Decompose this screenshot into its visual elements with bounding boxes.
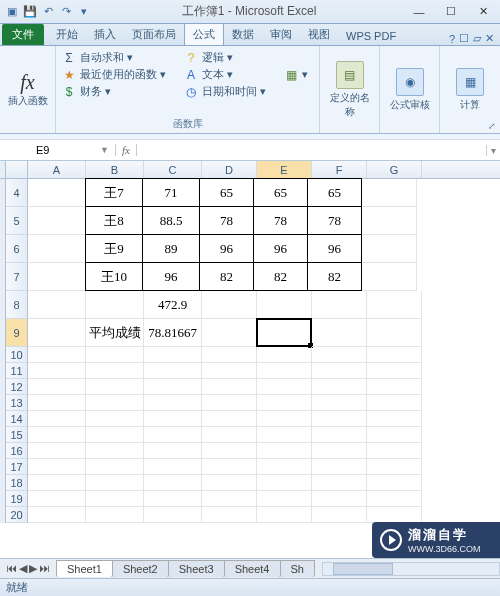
undo-icon[interactable]: ↶ <box>40 4 56 20</box>
cell-E19[interactable] <box>257 491 312 507</box>
cell-A17[interactable] <box>28 459 86 475</box>
qat-dropdown-icon[interactable]: ▾ <box>76 4 92 20</box>
datetime-button[interactable]: ◷日期和时间 ▾ <box>184 84 266 99</box>
cell-E5[interactable]: 78 <box>253 206 308 235</box>
cell-D7[interactable]: 82 <box>199 262 254 291</box>
cell-B12[interactable] <box>86 379 144 395</box>
cell-E13[interactable] <box>257 395 312 411</box>
row-13[interactable]: 13 <box>6 395 28 411</box>
formula-bar-expand-icon[interactable]: ▾ <box>486 145 500 156</box>
cell-F17[interactable] <box>312 459 367 475</box>
scroll-thumb[interactable] <box>333 563 393 575</box>
minimize-ribbon-icon[interactable]: ☐ <box>459 32 469 45</box>
cell-C15[interactable] <box>144 427 202 443</box>
cell-G6[interactable] <box>362 235 417 263</box>
col-A[interactable]: A <box>28 161 86 178</box>
cell-C12[interactable] <box>144 379 202 395</box>
cell-C17[interactable] <box>144 459 202 475</box>
row-18[interactable]: 18 <box>6 475 28 491</box>
cell-A11[interactable] <box>28 363 86 379</box>
group-defined-names[interactable]: ▤ 定义的名称 <box>320 46 380 133</box>
cell-D19[interactable] <box>202 491 257 507</box>
horizontal-scrollbar[interactable] <box>322 562 500 576</box>
cell-E20[interactable] <box>257 507 312 523</box>
cell-C18[interactable] <box>144 475 202 491</box>
redo-icon[interactable]: ↷ <box>58 4 74 20</box>
sheet-tab-2[interactable]: Sheet2 <box>112 560 169 577</box>
cell-B10[interactable] <box>86 347 144 363</box>
cell-F15[interactable] <box>312 427 367 443</box>
cell-G7[interactable] <box>362 263 417 291</box>
cell-F10[interactable] <box>312 347 367 363</box>
cell-B15[interactable] <box>86 427 144 443</box>
cell-E12[interactable] <box>257 379 312 395</box>
cell-G20[interactable] <box>367 507 422 523</box>
cell-A12[interactable] <box>28 379 86 395</box>
tab-view[interactable]: 视图 <box>300 24 338 45</box>
cell-E7[interactable]: 82 <box>253 262 308 291</box>
cell-C6[interactable]: 89 <box>142 234 200 263</box>
cell-E11[interactable] <box>257 363 312 379</box>
cell-G13[interactable] <box>367 395 422 411</box>
inner-close-icon[interactable]: ✕ <box>485 32 494 45</box>
cell-B18[interactable] <box>86 475 144 491</box>
group-formula-audit[interactable]: ◉ 公式审核 <box>380 46 440 133</box>
cell-E4[interactable]: 65 <box>253 178 308 207</box>
cell-F5[interactable]: 78 <box>307 206 362 235</box>
cell-E6[interactable]: 96 <box>253 234 308 263</box>
cell-C5[interactable]: 88.5 <box>142 206 200 235</box>
cell-C11[interactable] <box>144 363 202 379</box>
more-functions-button[interactable]: ▦▾ <box>284 50 308 99</box>
cell-A5[interactable] <box>28 207 86 235</box>
cell-F20[interactable] <box>312 507 367 523</box>
cell-E10[interactable] <box>257 347 312 363</box>
row-6[interactable]: 6 <box>6 235 28 263</box>
cell-E17[interactable] <box>257 459 312 475</box>
cell-B17[interactable] <box>86 459 144 475</box>
cell-C20[interactable] <box>144 507 202 523</box>
col-C[interactable]: C <box>144 161 202 178</box>
sheet-next-icon[interactable]: ▶ <box>29 562 37 575</box>
row-15[interactable]: 15 <box>6 427 28 443</box>
maximize-button[interactable]: ☐ <box>438 3 464 21</box>
cell-D15[interactable] <box>202 427 257 443</box>
col-D[interactable]: D <box>202 161 257 178</box>
cell-A7[interactable] <box>28 263 86 291</box>
tab-layout[interactable]: 页面布局 <box>124 24 184 45</box>
cell-A20[interactable] <box>28 507 86 523</box>
cell-A16[interactable] <box>28 443 86 459</box>
cell-A15[interactable] <box>28 427 86 443</box>
col-G[interactable]: G <box>367 161 422 178</box>
cell-D11[interactable] <box>202 363 257 379</box>
row-17[interactable]: 17 <box>6 459 28 475</box>
cell-B13[interactable] <box>86 395 144 411</box>
cell-E18[interactable] <box>257 475 312 491</box>
tab-file[interactable]: 文件 <box>2 24 44 45</box>
cell-B14[interactable] <box>86 411 144 427</box>
cell-B16[interactable] <box>86 443 144 459</box>
cell-F16[interactable] <box>312 443 367 459</box>
cell-B9[interactable]: 平均成绩 <box>86 319 144 347</box>
cell-A8[interactable] <box>28 291 86 319</box>
cell-C7[interactable]: 96 <box>142 262 200 291</box>
cell-F13[interactable] <box>312 395 367 411</box>
cell-D14[interactable] <box>202 411 257 427</box>
cell-G18[interactable] <box>367 475 422 491</box>
cell-F9[interactable] <box>312 319 367 347</box>
tab-formulas[interactable]: 公式 <box>184 23 224 45</box>
cell-D9[interactable] <box>202 319 257 347</box>
cell-F18[interactable] <box>312 475 367 491</box>
tab-insert[interactable]: 插入 <box>86 24 124 45</box>
cell-F6[interactable]: 96 <box>307 234 362 263</box>
close-button[interactable]: ✕ <box>470 3 496 21</box>
tab-home[interactable]: 开始 <box>48 24 86 45</box>
row-4[interactable]: 4 <box>6 179 28 207</box>
cell-C8[interactable]: 472.9 <box>144 291 202 319</box>
cell-F8[interactable] <box>312 291 367 319</box>
col-F[interactable]: F <box>312 161 367 178</box>
row-12[interactable]: 12 <box>6 379 28 395</box>
cell-B7[interactable]: 王10 <box>85 262 143 291</box>
cell-G16[interactable] <box>367 443 422 459</box>
cell-D12[interactable] <box>202 379 257 395</box>
cell-G10[interactable] <box>367 347 422 363</box>
